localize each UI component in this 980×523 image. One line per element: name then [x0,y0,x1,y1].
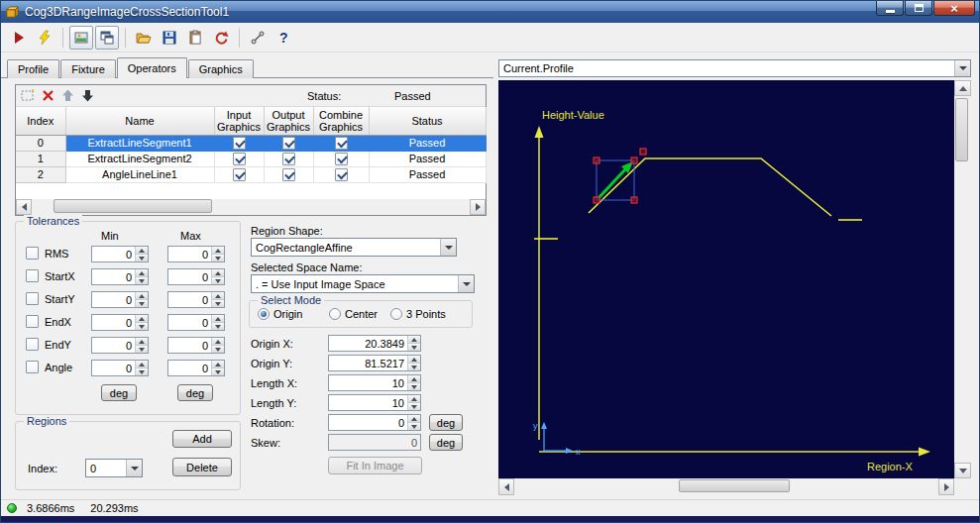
spin-down-button[interactable] [136,254,148,262]
origin-y-spinner[interactable]: 81.5217 [328,355,421,371]
spin-up-button[interactable] [212,315,224,322]
scroll-thumb[interactable] [54,199,212,213]
row-output-cell[interactable] [264,166,313,182]
row-name-cell[interactable]: ExtractLineSegment2 [65,151,214,166]
output-graphics-checkbox[interactable] [282,153,295,165]
row-name-cell[interactable]: ExtractLineSegment1 [65,135,214,151]
spin-up-button[interactable] [212,292,224,299]
rotation-handle[interactable] [640,149,646,155]
row-output-cell[interactable] [264,135,313,151]
run-electric-button[interactable] [33,26,56,50]
drag-handle[interactable] [631,157,637,163]
endx-max-spinner[interactable]: 0 [167,314,225,331]
window-icon[interactable] [5,5,20,20]
scroll-right-button[interactable] [938,478,954,495]
scroll-track[interactable] [32,199,470,215]
input-graphics-checkbox[interactable] [233,153,246,165]
row-input-cell[interactable] [214,135,264,151]
spin-down-button[interactable] [408,402,420,410]
spin-down-button[interactable] [408,363,420,370]
rms-max-spinner[interactable]: 0 [167,246,225,262]
drag-handle[interactable] [594,157,599,163]
add-region-button[interactable]: Add [172,430,232,448]
open-file-button[interactable] [132,26,156,50]
angle-max-spinner[interactable]: 0 [167,360,225,376]
output-graphics-checkbox[interactable] [282,168,295,181]
tab-operators[interactable]: Operators [117,57,187,78]
segment-arrow[interactable] [599,168,626,198]
display-vertical-scrollbar[interactable] [954,80,971,478]
spin-down-button[interactable] [212,299,224,307]
region-selection-graphic[interactable] [594,149,646,203]
rotation-deg-button[interactable]: deg [429,414,463,431]
endy-checkbox[interactable] [26,338,39,351]
endx-checkbox[interactable] [26,315,39,328]
spin-up-button[interactable] [136,292,148,299]
spin-down-button[interactable] [212,254,224,262]
rotation-spinner[interactable]: 0 [328,414,421,431]
angle-checkbox[interactable] [26,361,39,373]
move-up-button[interactable] [57,87,77,105]
combine-graphics-checkbox[interactable] [335,168,348,181]
spin-up-button[interactable] [212,247,224,254]
scroll-left-button[interactable] [498,478,514,495]
calibration-button[interactable] [246,26,270,50]
scroll-up-button[interactable] [954,80,971,96]
max-deg-button[interactable]: deg [177,384,213,401]
drag-handle[interactable] [631,197,637,203]
starty-checkbox[interactable] [26,292,39,305]
help-button[interactable]: ? [272,26,295,50]
minimize-button[interactable] [876,1,904,16]
min-deg-button[interactable]: deg [101,384,137,401]
spin-down-button[interactable] [212,345,224,353]
spin-down-button[interactable] [408,382,420,390]
spin-down-button[interactable] [408,343,420,351]
input-graphics-checkbox[interactable] [233,137,246,150]
spin-down-button[interactable] [136,299,148,307]
startx-min-spinner[interactable]: 0 [91,268,149,285]
row-output-cell[interactable] [264,151,313,166]
rms-min-spinner[interactable]: 0 [91,246,149,262]
spin-up-button[interactable] [212,269,224,276]
output-graphics-checkbox[interactable] [282,137,295,150]
scroll-right-button[interactable] [470,199,486,215]
spin-down-button[interactable] [136,276,148,284]
endy-max-spinner[interactable]: 0 [167,337,225,354]
display-horizontal-scrollbar[interactable] [498,478,954,495]
spin-up-button[interactable] [136,247,148,254]
length-x-spinner[interactable]: 10 [328,374,421,391]
table-row[interactable]: 1 ExtractLineSegment2 Passed [16,151,486,166]
input-graphics-checkbox[interactable] [233,168,246,181]
record-selector-dropdown[interactable]: Current.Profile [498,59,971,77]
spin-down-button[interactable] [136,367,148,375]
starty-max-spinner[interactable]: 0 [167,291,225,308]
spin-up-button[interactable] [408,356,420,363]
spin-up-button[interactable] [212,338,224,345]
save-file-button[interactable] [158,26,181,50]
spin-down-button[interactable] [212,367,224,375]
starty-min-spinner[interactable]: 0 [91,291,149,308]
chevron-down-icon[interactable] [954,60,970,76]
chevron-down-icon[interactable] [440,239,456,256]
mode-3points-radio[interactable]: 3 Points [390,308,446,320]
scroll-track[interactable] [954,96,971,463]
reset-tool-button[interactable] [209,26,233,50]
row-status-cell[interactable]: Passed [369,166,486,182]
combine-graphics-checkbox[interactable] [335,137,348,150]
row-combine-cell[interactable] [313,166,369,182]
grid-horizontal-scrollbar[interactable] [16,199,486,215]
spin-up-button[interactable] [136,338,148,345]
table-row[interactable]: 2 AngleLineLine1 Passed [16,166,486,182]
spin-down-button[interactable] [212,276,224,284]
spin-up-button[interactable] [136,315,148,322]
delete-region-button[interactable]: Delete [172,458,232,476]
spin-up-button[interactable] [136,361,148,367]
move-down-button[interactable] [77,87,97,105]
endx-min-spinner[interactable]: 0 [91,314,149,331]
mode-origin-radio[interactable]: Origin [258,308,302,320]
delete-operator-button[interactable] [38,87,57,105]
spin-up-button[interactable] [408,395,420,402]
combine-graphics-checkbox[interactable] [335,153,348,165]
spin-up-button[interactable] [408,336,420,343]
spin-down-button[interactable] [136,345,148,353]
